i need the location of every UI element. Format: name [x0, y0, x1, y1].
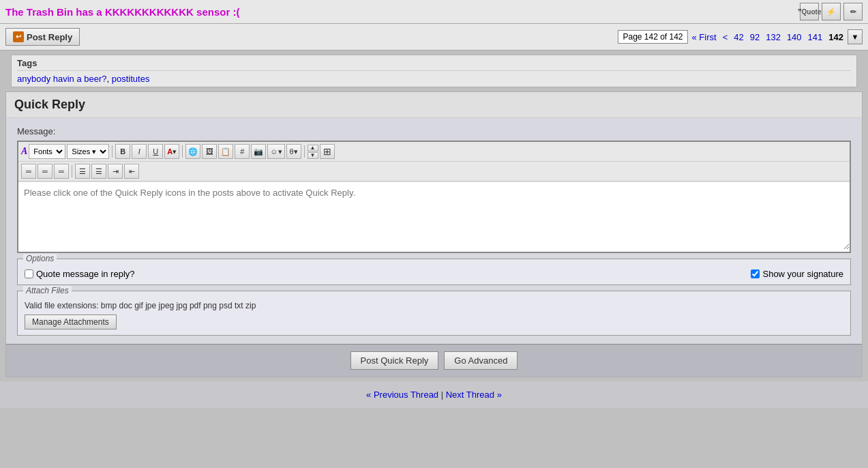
resize-btns: ▲ ▼ — [308, 145, 318, 159]
quote-label: Quote message in reply? — [36, 269, 135, 279]
tags-section: Tags anybody havin a beer?, postitutes — [11, 55, 857, 87]
tag-link-postitutes[interactable]: postitutes — [112, 74, 150, 84]
globe-btn[interactable]: 🌐 — [185, 144, 200, 159]
signature-checkbox[interactable] — [751, 269, 760, 278]
signature-label: Show your signature — [762, 269, 843, 279]
quote-icon-btn[interactable]: ❞ Quote — [800, 3, 819, 20]
expand-btn[interactable]: ⊞ — [320, 144, 335, 159]
page-link-141[interactable]: 141 — [806, 31, 825, 43]
quick-reply-body: Message: A Fonts Sizes ▾ B I U A▾ — [6, 118, 862, 344]
quick-reply-title: Quick Reply — [6, 92, 862, 118]
resize-down-btn[interactable]: ▼ — [308, 152, 318, 159]
pagination: Page 142 of 142 « First < 42 92 132 140 … — [618, 29, 863, 44]
action-buttons: Post Quick Reply Go Advanced — [6, 344, 862, 377]
tags-label: Tags — [17, 58, 851, 71]
go-advanced-btn[interactable]: Go Advanced — [444, 351, 518, 370]
page-info: Page 142 of 142 — [618, 30, 687, 44]
italic-btn[interactable]: I — [132, 144, 147, 159]
emoji-btn[interactable]: ☺▾ — [267, 144, 284, 159]
toolbar-sep4 — [72, 165, 72, 177]
prev-page-link[interactable]: < — [721, 31, 730, 43]
indent-btn[interactable]: ⇥ — [108, 164, 123, 179]
current-page: 142 — [826, 31, 845, 43]
manage-attachments-btn[interactable]: Manage Attachments — [25, 315, 117, 330]
hash-btn[interactable]: # — [235, 144, 250, 159]
edit-icon: ✏ — [850, 8, 856, 16]
icon2-btn[interactable]: ⚡ — [822, 3, 841, 20]
top-bar: The Trash Bin has a KKKKKKKKKKKK sensor … — [0, 0, 868, 24]
nav-row: ↩ Post Reply Page 142 of 142 « First < 4… — [0, 24, 868, 50]
message-label: Message: — [17, 126, 851, 136]
prev-thread-link[interactable]: « Previous Thread — [366, 390, 438, 400]
options-row: Quote message in reply? Show your signat… — [25, 269, 843, 279]
signature-option: Show your signature — [751, 269, 843, 279]
color-btn[interactable]: A▾ — [164, 144, 179, 159]
tags-content: anybody havin a beer?, postitutes — [17, 74, 851, 84]
underline-btn[interactable]: U — [148, 144, 163, 159]
page-link-140[interactable]: 140 — [785, 31, 804, 43]
page-dropdown-btn[interactable]: ▼ — [848, 29, 863, 44]
message-textarea[interactable] — [18, 181, 850, 250]
size-select[interactable]: Sizes ▾ — [67, 144, 109, 159]
options-legend: Options — [23, 254, 57, 263]
nav-separator: | — [441, 390, 446, 400]
editor-toolbar-row1: A Fonts Sizes ▾ B I U A▾ 🌐 🖼 📋 — [18, 142, 850, 162]
resize-up-btn[interactable]: ▲ — [308, 145, 318, 151]
photo-btn[interactable]: 📷 — [251, 144, 266, 159]
tag-link-beer[interactable]: anybody havin a beer? — [17, 74, 107, 84]
options-group: Options Quote message in reply? Show you… — [17, 259, 851, 285]
page-link-132[interactable]: 132 — [764, 31, 783, 43]
top-icons: ❞ Quote ⚡ ✏ — [800, 3, 863, 20]
quote-checkbox[interactable] — [25, 269, 33, 278]
image-btn[interactable]: 🖼 — [202, 144, 217, 159]
toolbar-sep2 — [182, 145, 183, 158]
post-reply-label: Post Reply — [27, 32, 72, 42]
theta-btn[interactable]: θ▾ — [286, 144, 301, 159]
icon3-btn[interactable]: ✏ — [843, 3, 863, 20]
first-page-link[interactable]: « First — [690, 31, 719, 43]
post-reply-button[interactable]: ↩ Post Reply — [5, 28, 80, 46]
main-content: Tags anybody havin a beer?, postitutes Q… — [5, 55, 863, 377]
font-select[interactable]: Fonts — [29, 144, 65, 159]
ordered-list-btn[interactable]: ☰ — [75, 164, 90, 179]
toolbar-sep1 — [112, 145, 113, 158]
quote-option: Quote message in reply? — [25, 269, 135, 279]
editor-container: A Fonts Sizes ▾ B I U A▾ 🌐 🖼 📋 — [17, 141, 851, 253]
attach-legend: Attach Files — [23, 286, 72, 295]
align-center-btn[interactable]: ═ — [38, 164, 53, 179]
page-link-92[interactable]: 92 — [748, 31, 762, 43]
align-right-btn[interactable]: ═ — [54, 164, 69, 179]
thread-title: The Trash Bin has a KKKKKKKKKKKK sensor … — [5, 6, 239, 18]
page-link-42[interactable]: 42 — [732, 31, 745, 43]
bold-btn[interactable]: B — [115, 144, 130, 159]
thread-nav: « Previous Thread | Next Thread » — [0, 381, 868, 408]
attach-files-group: Attach Files Valid file extensions: bmp … — [17, 291, 851, 336]
quick-reply-section: Quick Reply Message: A Fonts Sizes ▾ B I — [5, 91, 863, 377]
editor-toolbar-row2: ═ ═ ═ ☰ ☰ ⇥ ⇤ — [18, 162, 850, 181]
font-format-icon: A — [21, 146, 27, 157]
clipboard-btn[interactable]: 📋 — [218, 144, 233, 159]
align-left-btn[interactable]: ═ — [21, 164, 36, 179]
icon2: ⚡ — [826, 8, 836, 16]
outdent-btn[interactable]: ⇤ — [124, 164, 139, 179]
next-thread-link[interactable]: Next Thread » — [446, 390, 502, 400]
unordered-list-btn[interactable]: ☰ — [91, 164, 106, 179]
reply-icon: ↩ — [13, 31, 24, 42]
valid-extensions-text: Valid file extensions: bmp doc gif jpe j… — [25, 301, 843, 310]
toolbar-sep3 — [304, 145, 305, 158]
post-quick-reply-btn[interactable]: Post Quick Reply — [350, 351, 439, 370]
